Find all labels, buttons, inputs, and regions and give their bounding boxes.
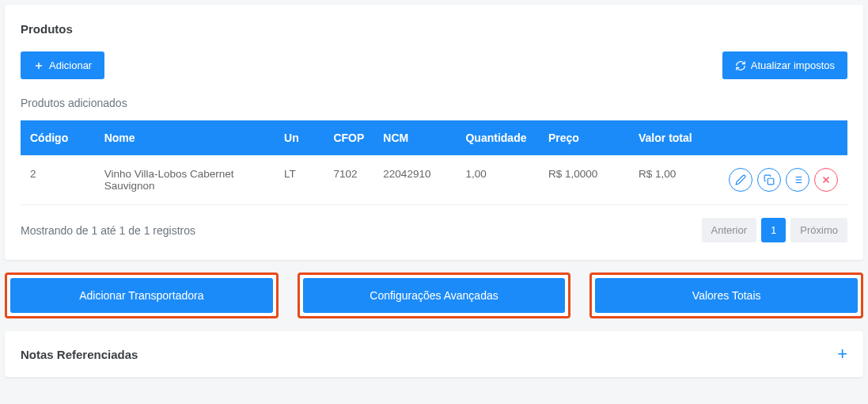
plus-icon	[33, 60, 44, 71]
th-ncm: NCM	[373, 120, 456, 155]
list-button[interactable]	[786, 168, 809, 192]
th-valor-total: Valor total	[629, 120, 719, 155]
cell-actions	[719, 155, 847, 205]
cell-codigo: 2	[21, 155, 95, 205]
update-taxes-button[interactable]: Atualizar impostos	[722, 51, 847, 79]
delete-button[interactable]	[814, 168, 838, 192]
th-nome: Nome	[95, 120, 275, 155]
card-title: Produtos	[21, 22, 847, 36]
th-preco: Preço	[539, 120, 629, 155]
pencil-icon	[735, 174, 746, 185]
cell-ncm: 22042910	[373, 155, 456, 205]
add-button[interactable]: Adicionar	[21, 51, 104, 79]
edit-button[interactable]	[729, 168, 752, 192]
add-button-label: Adicionar	[49, 59, 92, 71]
highlight-valores: Valores Totais	[589, 273, 863, 318]
pager-prev[interactable]: Anterior	[702, 218, 757, 242]
plus-icon: +	[837, 344, 847, 364]
expand-toggle[interactable]: +	[837, 345, 847, 363]
cell-un: LT	[275, 155, 324, 205]
highlight-config: Configurações Avançadas	[298, 273, 571, 318]
notas-ref-title: Notas Referenciadas	[21, 348, 138, 361]
products-table: Código Nome Un CFOP NCM Quantidade Preço…	[21, 120, 847, 205]
notas-referenciadas-card: Notas Referenciadas +	[5, 331, 863, 377]
pager-info: Mostrando de 1 até 1 de 1 registros	[21, 224, 195, 237]
copy-icon	[764, 174, 775, 185]
products-card: Produtos Adicionar Atualizar impostos Pr…	[5, 5, 863, 260]
copy-button[interactable]	[757, 168, 781, 192]
add-transportadora-button[interactable]: Adicionar Transportadora	[10, 278, 273, 313]
pager-next[interactable]: Próximo	[790, 218, 847, 242]
svg-rect-2	[768, 178, 774, 185]
wide-buttons-row: Adicionar Transportadora Configurações A…	[5, 273, 863, 318]
valores-totais-button[interactable]: Valores Totais	[595, 278, 858, 313]
table-row: 2 Vinho Villa-Lobos Cabernet Sauvignon L…	[21, 155, 847, 205]
pager: Anterior 1 Próximo	[702, 218, 847, 242]
th-actions	[719, 120, 847, 155]
cell-quantidade: 1,00	[456, 155, 538, 205]
table-header-row: Código Nome Un CFOP NCM Quantidade Preço…	[21, 120, 847, 155]
th-cfop: CFOP	[324, 120, 373, 155]
cell-cfop: 7102	[324, 155, 373, 205]
pager-page-1[interactable]: 1	[761, 218, 786, 242]
refresh-icon	[735, 60, 746, 71]
highlight-transportadora: Adicionar Transportadora	[5, 273, 279, 318]
cell-nome: Vinho Villa-Lobos Cabernet Sauvignon	[95, 155, 275, 205]
close-icon	[821, 174, 832, 185]
pager-row: Mostrando de 1 até 1 de 1 registros Ante…	[21, 218, 847, 242]
subtitle: Produtos adicionados	[21, 97, 847, 109]
cell-preco: R$ 1,0000	[539, 155, 629, 205]
toolbar: Adicionar Atualizar impostos	[21, 51, 847, 79]
cell-valor-total: R$ 1,00	[629, 155, 719, 205]
th-codigo: Código	[21, 120, 95, 155]
th-quantidade: Quantidade	[456, 120, 538, 155]
config-avancadas-button[interactable]: Configurações Avançadas	[303, 278, 566, 313]
list-icon	[792, 174, 803, 185]
update-taxes-label: Atualizar impostos	[751, 59, 835, 71]
th-un: Un	[275, 120, 324, 155]
